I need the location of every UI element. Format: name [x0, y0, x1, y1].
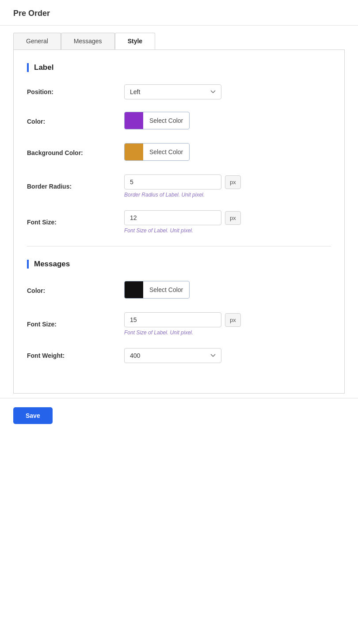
label-font-size-input-group: px [124, 210, 331, 225]
label-color-swatch [125, 112, 143, 129]
border-radius-row: Border Radius: px Border Radius of Label… [27, 174, 331, 198]
border-radius-control: px Border Radius of Label. Unit pixel. [124, 174, 331, 198]
border-radius-hint: Border Radius of Label. Unit pixel. [124, 192, 331, 198]
messages-color-label: Color: [27, 287, 124, 294]
border-radius-unit: px [225, 175, 241, 189]
bg-color-text: Select Color [143, 148, 189, 155]
messages-font-size-input[interactable] [124, 312, 221, 327]
messages-font-weight-select[interactable]: 100 200 300 400 500 600 700 800 900 [124, 348, 221, 363]
bg-color-control: Select Color [124, 143, 331, 162]
messages-font-size-row: Font Size: px Font Size of Label. Unit p… [27, 312, 331, 336]
label-font-size-hint: Font Size of Label. Unit pixel. [124, 227, 331, 234]
messages-font-weight-control: 100 200 300 400 500 600 700 800 900 [124, 348, 331, 363]
border-radius-input[interactable] [124, 174, 221, 189]
bg-color-button[interactable]: Select Color [124, 143, 190, 161]
position-label: Position: [27, 88, 124, 95]
section-divider [27, 246, 331, 246]
messages-color-row: Color: Select Color [27, 281, 331, 300]
label-color-text: Select Color [143, 117, 189, 124]
label-font-size-unit: px [225, 211, 241, 225]
tab-messages[interactable]: Messages [61, 33, 115, 49]
messages-font-size-control: px Font Size of Label. Unit pixel. [124, 312, 331, 336]
messages-color-swatch [125, 281, 143, 298]
label-section-title: Label [27, 63, 331, 72]
save-button[interactable]: Save [13, 407, 53, 424]
label-color-label: Color: [27, 118, 124, 125]
messages-font-size-hint: Font Size of Label. Unit pixel. [124, 330, 331, 336]
content-panel: Label Position: Left Right Center Color:… [13, 49, 345, 394]
page-header: Pre Order [0, 0, 358, 26]
messages-font-weight-row: Font Weight: 100 200 300 400 500 600 700… [27, 348, 331, 363]
messages-font-size-unit: px [225, 313, 241, 327]
position-row: Position: Left Right Center [27, 84, 331, 99]
label-font-size-control: px Font Size of Label. Unit pixel. [124, 210, 331, 234]
bg-color-label: Background Color: [27, 149, 124, 156]
messages-color-control: Select Color [124, 281, 331, 300]
messages-font-size-label: Font Size: [27, 321, 124, 328]
border-radius-label: Border Radius: [27, 183, 124, 190]
messages-font-size-input-group: px [124, 312, 331, 327]
save-bar: Save [0, 398, 358, 433]
position-select[interactable]: Left Right Center [124, 84, 221, 99]
messages-color-button[interactable]: Select Color [124, 281, 190, 299]
messages-color-text: Select Color [143, 286, 189, 293]
messages-section-title: Messages [27, 260, 331, 269]
label-color-row: Color: Select Color [27, 112, 331, 131]
label-font-size-label: Font Size: [27, 219, 124, 226]
border-radius-input-group: px [124, 174, 331, 189]
bg-color-swatch [125, 144, 143, 160]
tabs-bar: General Messages Style [0, 26, 358, 49]
position-control: Left Right Center [124, 84, 331, 99]
tab-general[interactable]: General [13, 33, 61, 49]
page-title: Pre Order [13, 9, 50, 18]
messages-font-weight-label: Font Weight: [27, 352, 124, 359]
label-font-size-row: Font Size: px Font Size of Label. Unit p… [27, 210, 331, 234]
bg-color-row: Background Color: Select Color [27, 143, 331, 162]
label-color-control: Select Color [124, 112, 331, 131]
tab-style[interactable]: Style [115, 33, 155, 49]
label-font-size-input[interactable] [124, 210, 221, 225]
label-color-button[interactable]: Select Color [124, 112, 190, 129]
